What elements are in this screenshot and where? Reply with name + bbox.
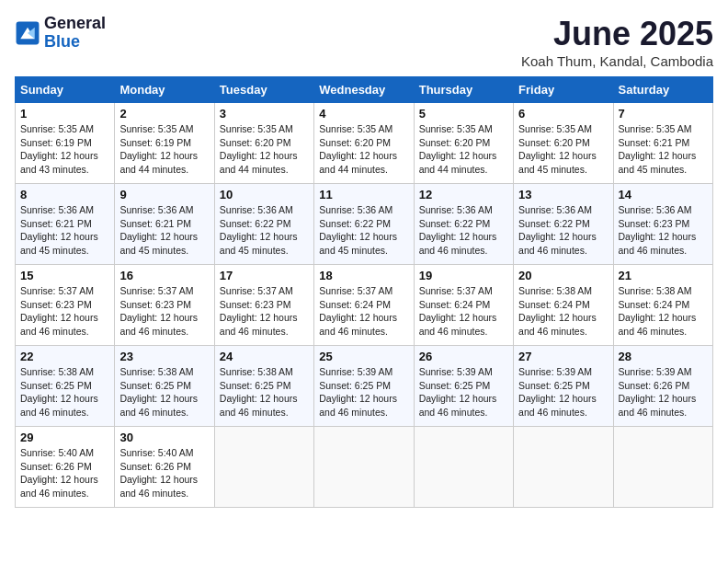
- calendar-week-5: 29 Sunrise: 5:40 AMSunset: 6:26 PMDaylig…: [16, 427, 713, 508]
- calendar-header-row: SundayMondayTuesdayWednesdayThursdayFrid…: [16, 77, 713, 103]
- day-number: 23: [119, 350, 209, 363]
- calendar-cell: [214, 427, 313, 508]
- calendar-cell: 30 Sunrise: 5:40 AMSunset: 6:26 PMDaylig…: [115, 427, 214, 508]
- calendar-cell: 28 Sunrise: 5:39 AMSunset: 6:26 PMDaylig…: [613, 346, 712, 427]
- calendar-cell: 10 Sunrise: 5:36 AMSunset: 6:22 PMDaylig…: [214, 184, 313, 265]
- day-info: Sunrise: 5:38 AMSunset: 6:24 PMDaylight:…: [518, 284, 608, 339]
- calendar-cell: 7 Sunrise: 5:35 AMSunset: 6:21 PMDayligh…: [613, 103, 712, 184]
- day-number: 7: [619, 107, 708, 121]
- day-header-wednesday: Wednesday: [314, 77, 414, 103]
- day-info: Sunrise: 5:39 AMSunset: 6:25 PMDaylight:…: [419, 365, 508, 419]
- day-info: Sunrise: 5:35 AMSunset: 6:19 PMDaylight:…: [20, 122, 109, 177]
- calendar-table: SundayMondayTuesdayWednesdayThursdayFrid…: [15, 76, 713, 508]
- day-header-sunday: Sunday: [16, 77, 115, 103]
- calendar-cell: 16 Sunrise: 5:37 AMSunset: 6:23 PMDaylig…: [115, 265, 214, 346]
- day-number: 20: [518, 269, 608, 282]
- calendar-cell: 2 Sunrise: 5:35 AMSunset: 6:19 PMDayligh…: [115, 103, 214, 184]
- day-number: 14: [619, 188, 708, 201]
- day-info: Sunrise: 5:35 AMSunset: 6:19 PMDaylight:…: [119, 122, 209, 177]
- calendar-cell: 20 Sunrise: 5:38 AMSunset: 6:24 PMDaylig…: [514, 265, 613, 346]
- day-header-friday: Friday: [514, 77, 613, 103]
- day-info: Sunrise: 5:36 AMSunset: 6:21 PMDaylight:…: [119, 203, 209, 258]
- day-number: 29: [20, 431, 109, 444]
- day-info: Sunrise: 5:39 AMSunset: 6:25 PMDaylight:…: [319, 365, 408, 419]
- calendar-cell: 15 Sunrise: 5:37 AMSunset: 6:23 PMDaylig…: [16, 265, 115, 346]
- calendar-cell: 14 Sunrise: 5:36 AMSunset: 6:23 PMDaylig…: [613, 184, 712, 265]
- day-info: Sunrise: 5:36 AMSunset: 6:22 PMDaylight:…: [319, 203, 408, 258]
- day-number: 4: [319, 107, 408, 121]
- day-info: Sunrise: 5:36 AMSunset: 6:22 PMDaylight:…: [220, 203, 309, 258]
- day-header-saturday: Saturday: [613, 77, 712, 103]
- day-number: 25: [319, 350, 408, 363]
- day-info: Sunrise: 5:36 AMSunset: 6:23 PMDaylight:…: [619, 203, 708, 258]
- day-info: Sunrise: 5:38 AMSunset: 6:25 PMDaylight:…: [220, 365, 309, 419]
- day-info: Sunrise: 5:38 AMSunset: 6:24 PMDaylight:…: [619, 284, 708, 339]
- day-number: 26: [419, 350, 508, 363]
- day-info: Sunrise: 5:38 AMSunset: 6:25 PMDaylight:…: [119, 365, 209, 419]
- day-info: Sunrise: 5:38 AMSunset: 6:25 PMDaylight:…: [20, 365, 109, 419]
- day-number: 3: [220, 107, 309, 121]
- calendar-cell: 22 Sunrise: 5:38 AMSunset: 6:25 PMDaylig…: [16, 346, 115, 427]
- day-info: Sunrise: 5:37 AMSunset: 6:24 PMDaylight:…: [319, 284, 408, 339]
- calendar-cell: 8 Sunrise: 5:36 AMSunset: 6:21 PMDayligh…: [16, 184, 115, 265]
- day-info: Sunrise: 5:35 AMSunset: 6:20 PMDaylight:…: [220, 122, 309, 177]
- calendar-week-2: 8 Sunrise: 5:36 AMSunset: 6:21 PMDayligh…: [16, 184, 713, 265]
- title-area: June 2025 Koah Thum, Kandal, Cambodia: [521, 15, 713, 69]
- day-number: 12: [419, 188, 508, 201]
- day-info: Sunrise: 5:37 AMSunset: 6:24 PMDaylight:…: [419, 284, 508, 339]
- day-number: 30: [119, 431, 209, 444]
- calendar-subtitle: Koah Thum, Kandal, Cambodia: [521, 53, 713, 69]
- calendar-week-3: 15 Sunrise: 5:37 AMSunset: 6:23 PMDaylig…: [16, 265, 713, 346]
- day-info: Sunrise: 5:36 AMSunset: 6:22 PMDaylight:…: [419, 203, 508, 258]
- calendar-cell: 6 Sunrise: 5:35 AMSunset: 6:20 PMDayligh…: [514, 103, 613, 184]
- day-header-thursday: Thursday: [414, 77, 513, 103]
- calendar-week-1: 1 Sunrise: 5:35 AMSunset: 6:19 PMDayligh…: [16, 103, 713, 184]
- calendar-title: June 2025: [521, 15, 713, 53]
- day-number: 24: [220, 350, 309, 363]
- calendar-cell: 18 Sunrise: 5:37 AMSunset: 6:24 PMDaylig…: [314, 265, 414, 346]
- day-info: Sunrise: 5:36 AMSunset: 6:21 PMDaylight:…: [20, 203, 109, 258]
- calendar-cell: 25 Sunrise: 5:39 AMSunset: 6:25 PMDaylig…: [314, 346, 414, 427]
- day-header-monday: Monday: [115, 77, 214, 103]
- day-number: 18: [319, 269, 408, 282]
- calendar-cell: 17 Sunrise: 5:37 AMSunset: 6:23 PMDaylig…: [214, 265, 313, 346]
- day-number: 22: [20, 350, 109, 363]
- day-number: 8: [20, 188, 109, 201]
- logo: General Blue: [15, 15, 106, 52]
- day-number: 16: [119, 269, 209, 282]
- logo-icon: [15, 20, 40, 46]
- day-number: 28: [619, 350, 708, 363]
- calendar-cell: 13 Sunrise: 5:36 AMSunset: 6:22 PMDaylig…: [514, 184, 613, 265]
- calendar-cell: 1 Sunrise: 5:35 AMSunset: 6:19 PMDayligh…: [16, 103, 115, 184]
- calendar-cell: 26 Sunrise: 5:39 AMSunset: 6:25 PMDaylig…: [414, 346, 513, 427]
- calendar-cell: 27 Sunrise: 5:39 AMSunset: 6:25 PMDaylig…: [514, 346, 613, 427]
- day-number: 2: [119, 107, 209, 121]
- day-info: Sunrise: 5:35 AMSunset: 6:20 PMDaylight:…: [518, 122, 608, 177]
- day-number: 10: [220, 188, 309, 201]
- day-info: Sunrise: 5:35 AMSunset: 6:20 PMDaylight:…: [319, 122, 408, 177]
- calendar-cell: [514, 427, 613, 508]
- calendar-week-4: 22 Sunrise: 5:38 AMSunset: 6:25 PMDaylig…: [16, 346, 713, 427]
- logo-text: General Blue: [44, 15, 106, 52]
- calendar-cell: 19 Sunrise: 5:37 AMSunset: 6:24 PMDaylig…: [414, 265, 513, 346]
- calendar-cell: 9 Sunrise: 5:36 AMSunset: 6:21 PMDayligh…: [115, 184, 214, 265]
- day-number: 19: [419, 269, 508, 282]
- day-info: Sunrise: 5:37 AMSunset: 6:23 PMDaylight:…: [220, 284, 309, 339]
- calendar-cell: 11 Sunrise: 5:36 AMSunset: 6:22 PMDaylig…: [314, 184, 414, 265]
- calendar-cell: 24 Sunrise: 5:38 AMSunset: 6:25 PMDaylig…: [214, 346, 313, 427]
- day-number: 17: [220, 269, 309, 282]
- day-info: Sunrise: 5:37 AMSunset: 6:23 PMDaylight:…: [20, 284, 109, 339]
- calendar-cell: [314, 427, 414, 508]
- day-info: Sunrise: 5:35 AMSunset: 6:20 PMDaylight:…: [419, 122, 508, 177]
- day-number: 1: [20, 107, 109, 121]
- calendar-cell: 29 Sunrise: 5:40 AMSunset: 6:26 PMDaylig…: [16, 427, 115, 508]
- calendar-cell: 21 Sunrise: 5:38 AMSunset: 6:24 PMDaylig…: [613, 265, 712, 346]
- day-info: Sunrise: 5:40 AMSunset: 6:26 PMDaylight:…: [20, 446, 109, 500]
- day-number: 15: [20, 269, 109, 282]
- calendar-cell: 12 Sunrise: 5:36 AMSunset: 6:22 PMDaylig…: [414, 184, 513, 265]
- day-info: Sunrise: 5:39 AMSunset: 6:25 PMDaylight:…: [518, 365, 608, 419]
- day-info: Sunrise: 5:35 AMSunset: 6:21 PMDaylight:…: [619, 122, 708, 177]
- day-number: 21: [619, 269, 708, 282]
- day-header-tuesday: Tuesday: [214, 77, 313, 103]
- day-number: 13: [518, 188, 608, 201]
